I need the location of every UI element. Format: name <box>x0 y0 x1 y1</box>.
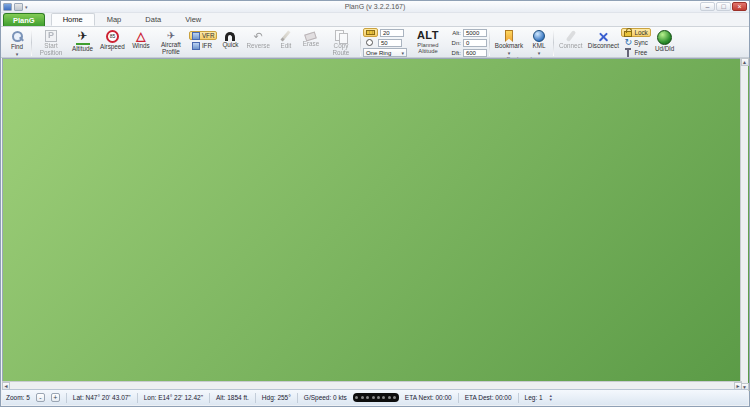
dft-field-label: Dft: <box>449 50 461 56</box>
zoom-in-button[interactable]: + <box>51 393 60 402</box>
save-icon[interactable] <box>3 3 12 11</box>
altitude-value: Alt: 1854 ft. <box>216 394 249 401</box>
planned-altitude-input[interactable]: 5000 <box>463 29 487 37</box>
leg-value: Leg: 1 <box>525 394 543 401</box>
erase-button: Erase <box>299 28 323 49</box>
free-pin-icon <box>624 48 632 57</box>
planned-altitude-button[interactable]: ALT Planned Altitude <box>408 28 448 56</box>
ring-mode-dropdown-icon: ▾ <box>401 51 404 55</box>
ring2-toggle-button[interactable] <box>363 38 376 47</box>
copy-route-button: Copy Route <box>324 28 358 57</box>
quick-plan-button[interactable]: Quick <box>218 28 242 50</box>
altitude-button[interactable]: ✈ Altitude <box>69 28 96 54</box>
aircraft-profile-button[interactable]: ✈ Aircraft Profile <box>154 28 188 56</box>
green-globe-icon <box>657 30 672 45</box>
kml-dropdown-icon: ▾ <box>538 51 541 55</box>
lock-toggle-button[interactable]: Lock <box>621 28 651 37</box>
vertical-scrollbar[interactable]: ▲ ▼ <box>740 58 748 391</box>
zoom-out-button[interactable]: - <box>36 393 45 402</box>
zoom-level: Zoom: 5 <box>6 394 30 401</box>
alt-icon: ALT <box>417 30 439 41</box>
maximize-button[interactable]: □ <box>716 2 731 11</box>
pencil-icon <box>281 30 291 41</box>
dft-input[interactable]: 600 <box>463 49 487 57</box>
ribbon-tab-row: PlanG HomeMapDataView <box>1 13 749 27</box>
minimize-button[interactable]: – <box>700 2 715 11</box>
tab-view[interactable]: View <box>173 13 213 26</box>
longitude-value: Lon: E14° 22' 12.42" <box>144 394 203 401</box>
heading-value: Hdg: 255° <box>262 394 291 401</box>
bookmark-button[interactable]: Bookmark ▾ <box>492 28 526 56</box>
status-separator <box>66 393 67 403</box>
application-menu-button[interactable]: PlanG <box>3 13 45 26</box>
eta-dest-value: ETA Dest: 00:00 <box>465 394 512 401</box>
ribbon-group-bookmarks: Bookmark ▾ KML ▾ Bookmarks <box>490 28 553 57</box>
dn-field-label: Dn: <box>449 40 461 46</box>
u-turn-arrow-icon: ↶ <box>254 30 263 42</box>
airspeed-button[interactable]: 85 Airspeed <box>97 28 128 52</box>
disconnect-button[interactable]: Disconnect <box>586 28 620 51</box>
tab-home[interactable]: Home <box>51 13 95 26</box>
groundspeed-value: G/Speed: 0 kts <box>304 394 347 401</box>
status-separator <box>209 393 210 403</box>
disconnect-x-icon <box>598 31 609 42</box>
bookmark-dropdown-icon: ▾ <box>508 51 511 55</box>
ribbon: Find ▾ Find P Start Position ✈ Altitude <box>1 27 749 58</box>
flight-progress-bar <box>353 393 399 402</box>
vfr-toggle-button[interactable]: VFR <box>189 31 218 40</box>
map-icon[interactable] <box>2 58 750 391</box>
find-button[interactable]: Find ▾ <box>5 28 29 57</box>
print-icon[interactable] <box>14 3 23 11</box>
close-button[interactable]: × <box>732 2 747 11</box>
ribbon-group-flight-plan: P Start Position ✈ Altitude 85 Airspeed … <box>32 28 360 57</box>
ring1-radius-input[interactable]: 20 <box>380 29 404 37</box>
upload-download-button[interactable]: Ud/Dld <box>652 28 677 54</box>
eta-next-value: ETA Next: 00:00 <box>405 394 452 401</box>
leg-spinner[interactable]: ▲ ▼ <box>549 394 553 402</box>
free-toggle-button[interactable]: Free <box>621 48 651 57</box>
ribbon-group-find: Find ▾ Find <box>3 28 31 57</box>
status-separator <box>255 393 256 403</box>
sync-arrow-icon: ↻ <box>624 38 632 47</box>
alt-field-label: Alt: <box>449 30 461 36</box>
dn-input[interactable]: 0 <box>463 39 487 47</box>
tab-map[interactable]: Map <box>95 13 134 26</box>
edit-button: Edit <box>274 28 298 51</box>
horizontal-scrollbar[interactable]: ◄ ► <box>2 381 742 389</box>
connect-button: Connect <box>556 28 585 51</box>
sync-toggle-button[interactable]: ↻ Sync <box>621 38 651 47</box>
tab-strip: HomeMapDataView <box>51 13 214 26</box>
leg-down-icon: ▼ <box>549 398 553 402</box>
kml-button[interactable]: KML ▾ <box>527 28 551 56</box>
find-dropdown-icon: ▾ <box>16 52 19 56</box>
lock-icon <box>624 31 632 37</box>
ring1-toggle-button[interactable] <box>363 28 378 37</box>
scroll-up-icon[interactable]: ▲ <box>741 58 749 66</box>
reverse-button: ↶ Reverse <box>243 28 272 51</box>
feather-icon <box>565 30 576 42</box>
tab-data[interactable]: Data <box>133 13 173 26</box>
status-separator <box>297 393 298 403</box>
ifr-toggle-button[interactable]: IFR <box>189 41 218 50</box>
aircraft-profile-icon: ✈ <box>167 30 175 41</box>
customize-quick-access-dropdown-icon[interactable]: ▾ <box>25 4 28 10</box>
app-window: ▾ PlanG (v 3.2.2.167) – □ × PlanG HomeMa… <box>0 0 750 407</box>
title-bar: ▾ PlanG (v 3.2.2.167) – □ × <box>1 1 749 13</box>
quick-plan-icon <box>225 32 235 41</box>
bookmark-icon <box>505 30 513 42</box>
window-title: PlanG (v 3.2.2.167) <box>1 3 749 10</box>
vfr-map-icon <box>192 32 200 40</box>
ring-icon <box>366 39 373 46</box>
ring-mode-select[interactable]: One Ring ▾ <box>363 48 407 57</box>
status-separator <box>458 393 459 403</box>
ring2-radius-input[interactable]: 50 <box>378 39 402 47</box>
copy-icon <box>335 30 347 42</box>
winds-button[interactable]: △ Winds <box>129 28 153 51</box>
start-position-button: P Start Position <box>34 28 68 57</box>
speed-limit-icon: 85 <box>106 30 119 43</box>
latitude-value: Lat: N47° 20' 43.07" <box>73 394 131 401</box>
ribbon-group-flight-simulator: Connect Disconnect Lock ↻ Sync <box>554 28 679 57</box>
status-separator <box>137 393 138 403</box>
ifr-map-icon <box>192 42 200 50</box>
globe-icon <box>533 30 545 42</box>
